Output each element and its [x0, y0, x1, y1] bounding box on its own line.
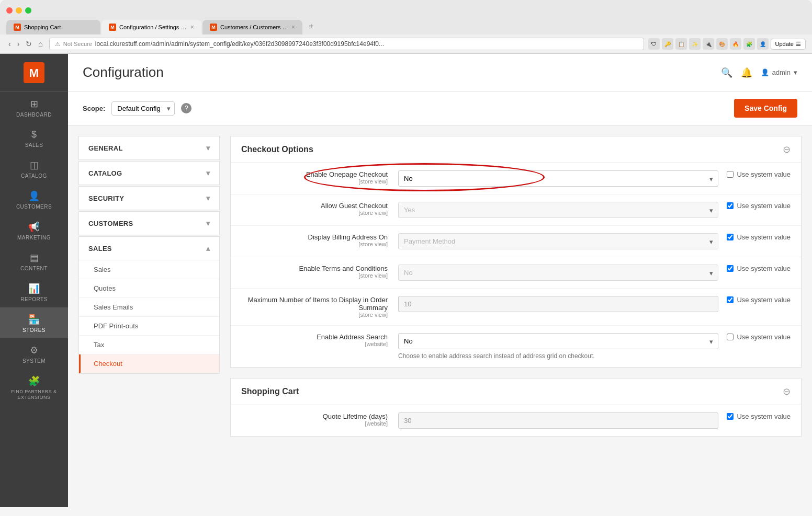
ext-btn-3[interactable]: 📋 — [675, 38, 687, 50]
nav-section-header-customers[interactable]: CUSTOMERS ▾ — [79, 212, 219, 235]
shopping-cart-header[interactable]: Shopping Cart ⊖ — [231, 379, 801, 405]
onepage-scope: [store view] — [241, 178, 388, 185]
address-search-system-value: Use system value — [727, 333, 791, 341]
ext-btn-5[interactable]: 🔌 — [703, 38, 714, 50]
ext-btn-4[interactable]: ✨ — [689, 38, 701, 50]
ext-btn-8[interactable]: 🧩 — [743, 38, 755, 50]
sidebar-item-sales[interactable]: $ SALES — [0, 123, 68, 153]
nav-section-security: SECURITY ▾ — [78, 186, 220, 210]
terms-select[interactable]: No Yes — [398, 265, 718, 281]
tab-shopping-cart[interactable]: M Shopping Cart — [6, 20, 100, 35]
address-bar: ‹ › ↻ ⌂ ⚠ Not Secure local.ckurestuff.co… — [0, 35, 812, 54]
sidebar-item-extensions[interactable]: 🧩 FIND PARTNERS & EXTENSIONS — [0, 369, 68, 406]
terms-system-value: Use system value — [727, 265, 791, 272]
nav-item-checkout[interactable]: Checkout — [79, 354, 219, 373]
save-config-button[interactable]: Save Config — [734, 99, 797, 118]
tab-configuration[interactable]: M Configuration / Settings / Store... × — [102, 20, 201, 35]
stores-icon: 🏪 — [28, 314, 40, 325]
user-menu[interactable]: 👤 admin ▾ — [761, 68, 797, 76]
ext-btn-6[interactable]: 🎨 — [716, 38, 728, 50]
tab-close-icon[interactable]: × — [190, 24, 194, 31]
config-row-quote-lifetime: Quote Lifetime (days) [website] Use syst… — [231, 405, 801, 436]
billing-system-checkbox[interactable] — [727, 234, 734, 240]
nav-section-header-general[interactable]: GENERAL ▾ — [79, 136, 219, 159]
close-button[interactable] — [6, 7, 13, 14]
shopping-cart-collapse-icon[interactable]: ⊖ — [783, 386, 791, 397]
ext-btn-1[interactable]: 🛡 — [648, 38, 660, 50]
new-tab-button[interactable]: + — [303, 18, 319, 35]
sidebar-item-content[interactable]: ▤ CONTENT — [0, 246, 68, 277]
config-label-billing: Display Billing Address On [store view] — [241, 233, 398, 247]
not-secure-label: Not Secure — [63, 41, 92, 47]
ext-btn-2[interactable]: 🔑 — [662, 38, 673, 50]
config-row-guest: Allow Guest Checkout [store view] Yes No — [231, 194, 801, 226]
onepage-system-label: Use system value — [737, 170, 791, 178]
sidebar-item-system[interactable]: ⚙ SYSTEM — [0, 338, 68, 369]
nav-item-quotes[interactable]: Quotes — [79, 279, 219, 298]
bell-icon[interactable]: 🔔 — [741, 67, 752, 78]
address-search-scope: [website] — [241, 341, 388, 347]
max-items-input[interactable] — [398, 296, 718, 312]
nav-section-header-security[interactable]: SECURITY ▾ — [79, 187, 219, 210]
config-label-max-items: Maximum Number of Items to Display in Or… — [241, 296, 398, 318]
billing-select-wrapper: Payment Method Payment Page — [398, 233, 718, 249]
address-search-system-checkbox[interactable] — [727, 334, 734, 340]
quote-lifetime-input[interactable] — [398, 412, 718, 429]
reload-button[interactable]: ↻ — [24, 39, 34, 49]
forward-button[interactable]: › — [15, 39, 22, 49]
chevron-down-icon-3: ▾ — [206, 194, 210, 202]
maximize-button[interactable] — [25, 7, 31, 14]
tab-close-icon-2[interactable]: × — [291, 24, 295, 31]
terms-system-checkbox[interactable] — [727, 265, 734, 272]
back-button[interactable]: ‹ — [6, 39, 13, 49]
quote-lifetime-system-checkbox[interactable] — [727, 413, 734, 420]
collapse-icon[interactable]: ⊖ — [783, 144, 791, 155]
sidebar-item-customers[interactable]: 👤 CUSTOMERS — [0, 184, 68, 215]
guest-select[interactable]: Yes No — [398, 202, 718, 218]
help-icon[interactable]: ? — [181, 103, 191, 113]
sidebar-item-dashboard[interactable]: ⊞ DASHBOARD — [0, 92, 68, 123]
header-actions: 🔍 🔔 👤 admin ▾ — [721, 67, 797, 78]
left-nav: GENERAL ▾ CATALOG ▾ SECURITY ▾ — [78, 136, 220, 447]
shopping-cart-section: Shopping Cart ⊖ Quote Lifetime (days) [w… — [230, 378, 802, 437]
max-items-system-label: Use system value — [737, 296, 791, 304]
address-input[interactable]: ⚠ Not Secure local.ckurestuff.com/admin/… — [49, 38, 644, 50]
guest-system-checkbox[interactable] — [727, 202, 734, 209]
user-avatar[interactable]: 👤 — [757, 38, 769, 50]
nav-item-tax[interactable]: Tax — [79, 336, 219, 354]
scope-select[interactable]: Default Config Store View — [111, 101, 175, 116]
onepage-system-checkbox[interactable] — [727, 171, 734, 178]
sidebar-item-marketing[interactable]: 📢 MARKETING — [0, 215, 68, 246]
nav-item-sales-emails[interactable]: Sales Emails — [79, 298, 219, 317]
sidebar: M ⊞ DASHBOARD $ SALES ◫ CATALOG 👤 CUSTOM… — [0, 54, 68, 507]
update-button[interactable]: Update ☰ — [771, 39, 806, 50]
nav-item-pdf-printouts[interactable]: PDF Print-outs — [79, 317, 219, 336]
search-icon[interactable]: 🔍 — [721, 67, 732, 78]
system-icon: ⚙ — [30, 345, 38, 356]
extensions-icon: 🧩 — [28, 375, 40, 387]
billing-select[interactable]: Payment Method Payment Page — [398, 233, 718, 249]
nav-section-header-catalog[interactable]: CATALOG ▾ — [79, 162, 219, 185]
sidebar-item-catalog[interactable]: ◫ CATALOG — [0, 153, 68, 184]
catalog-icon: ◫ — [30, 159, 39, 171]
tab-title-1: Shopping Cart — [24, 24, 61, 30]
tab-customers[interactable]: M Customers / Customers / Magento... × — [202, 20, 302, 35]
onepage-select[interactable]: No Yes — [398, 170, 718, 187]
checkout-options-header[interactable]: Checkout Options ⊖ — [231, 136, 801, 163]
sidebar-item-reports[interactable]: 📊 REPORTS — [0, 277, 68, 307]
shopping-cart-title: Shopping Cart — [241, 387, 299, 396]
billing-system-label: Use system value — [737, 233, 791, 241]
home-button[interactable]: ⌂ — [36, 39, 44, 49]
right-panel: Checkout Options ⊖ Enable Onepage Checko… — [230, 136, 802, 447]
address-search-select[interactable]: No Yes — [398, 333, 718, 349]
nav-section-header-sales[interactable]: SALES ▴ — [79, 237, 219, 260]
ext-btn-7[interactable]: 🔥 — [730, 38, 741, 50]
config-row-max-items: Maximum Number of Items to Display in Or… — [231, 289, 801, 326]
max-items-system-checkbox[interactable] — [727, 296, 734, 303]
nav-item-sales[interactable]: Sales — [79, 260, 219, 279]
billing-scope: [store view] — [241, 241, 388, 247]
user-chevron-icon: ▾ — [794, 68, 797, 76]
nav-section-label-customers: CUSTOMERS — [88, 220, 133, 227]
minimize-button[interactable] — [16, 7, 22, 14]
sidebar-item-stores[interactable]: 🏪 STORES — [0, 307, 68, 338]
